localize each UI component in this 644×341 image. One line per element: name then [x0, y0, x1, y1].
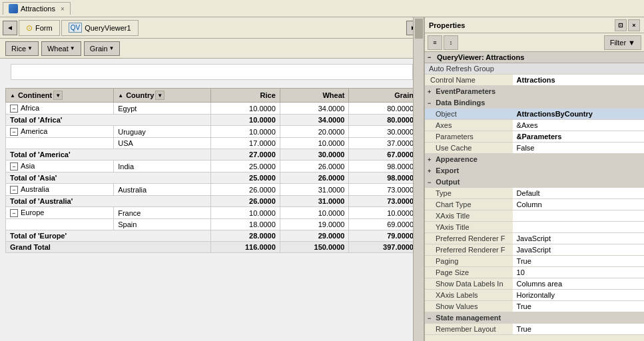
data-bindings-toggle[interactable]: − — [428, 100, 431, 107]
right-panel: Properties ⊡ × ≡ ↕ Filter ▼ − QueryViewe… — [425, 17, 644, 341]
rice-header[interactable]: Rice — [211, 89, 280, 103]
left-panel: ◄ ⊙ Form QV QueryViewer1 ► Rice ▼ Wheat … — [0, 17, 425, 341]
export-toggle[interactable]: + — [428, 168, 431, 174]
country-cell: France — [114, 207, 211, 219]
country-col-btn[interactable]: ▼ — [155, 91, 164, 100]
form-tab[interactable]: ⊙ Form — [19, 20, 60, 36]
object-value[interactable]: AttractionsByCountry — [513, 109, 644, 120]
app-title: Attractions — [21, 5, 55, 13]
page-size-value[interactable]: 10 — [513, 267, 644, 278]
state-mgmt-toggle[interactable]: − — [428, 315, 431, 322]
wheat-btn[interactable]: Wheat ▼ — [41, 41, 81, 56]
country-cell: India — [114, 161, 211, 172]
app-title-tab[interactable]: Attractions × — [3, 2, 71, 15]
state-management-row[interactable]: − State management — [425, 312, 644, 324]
data-bindings-row[interactable]: − Data Bindings — [425, 97, 644, 109]
grandtotal-label: Grand Total — [6, 242, 211, 253]
show-data-labels-value[interactable]: Columns area — [513, 278, 644, 290]
title-bar: Attractions × — [0, 0, 644, 17]
rice-dropdown-arrow: ▼ — [27, 45, 33, 51]
parameters-value[interactable]: &Parameters — [513, 131, 644, 143]
continent-col-btn[interactable]: ▼ — [53, 91, 63, 100]
show-values-value[interactable]: True — [513, 301, 644, 312]
yaxis-title-value[interactable] — [513, 222, 644, 233]
nav-back-btn[interactable]: ◄ — [3, 21, 17, 35]
table-grandtotal-row: Grand Total 116.0000 150.0000 397.0000 — [6, 242, 418, 253]
pref-renderer-2-label: Preferred Renderer F — [425, 244, 513, 256]
table-row: Spain 18.0000 19.0000 69.0000 — [6, 219, 418, 230]
pref-renderer-1-value[interactable]: JavaScript — [513, 233, 644, 244]
filter-btn[interactable]: Filter ▼ — [604, 35, 641, 50]
queryviewer-tab[interactable]: QV QueryViewer1 — [61, 20, 139, 36]
left-scroll[interactable] — [413, 17, 424, 341]
country-header-label: Country — [126, 91, 154, 99]
paging-value[interactable]: True — [513, 256, 644, 267]
grandtotal-grain: 397.0000 — [349, 242, 418, 253]
table-row: USA 17.0000 10.0000 37.0000 — [6, 138, 418, 149]
chart-type-label: Chart Type — [425, 199, 513, 210]
country-cell: Australia — [114, 184, 211, 196]
pin-icon[interactable]: ⊡ — [615, 19, 627, 31]
table-subtotal-row: Total of 'America' 27.0000 30.0000 67.00… — [6, 149, 418, 161]
control-name-label: Control Name — [425, 75, 513, 86]
continent-header[interactable]: ▲ Continent ▼ — [6, 89, 114, 103]
wheat-header[interactable]: Wheat — [280, 89, 349, 103]
grain-header[interactable]: Grain — [349, 89, 418, 103]
scroll-thumb[interactable] — [415, 19, 423, 39]
subtotal-label: Total of 'Australia' — [6, 196, 211, 207]
expand-icon[interactable]: − — [10, 186, 18, 194]
grain-cell: 80.0000 — [349, 103, 418, 115]
appearance-row[interactable]: + Appearence — [425, 154, 644, 165]
form-icon: ⊙ — [26, 23, 33, 33]
app-close-btn[interactable]: × — [61, 5, 65, 13]
rice-btn[interactable]: Rice ▼ — [5, 41, 39, 56]
continent-cell — [6, 219, 114, 230]
country-header[interactable]: ▲ Country ▼ — [114, 89, 211, 103]
app-icon — [9, 4, 18, 13]
xaxis-title-value[interactable] — [513, 210, 644, 222]
show-data-labels-label: Show Data Labels In — [425, 278, 513, 290]
xaxis-labels-label: XAxis Labels — [425, 290, 513, 301]
expand-icon[interactable]: − — [10, 105, 18, 113]
continent-cell: −Australia — [6, 184, 114, 196]
close-properties-btn[interactable]: × — [628, 19, 640, 31]
output-toggle[interactable]: − — [428, 179, 431, 186]
type-row: Type Default — [425, 188, 644, 199]
props-tool-btn-2[interactable]: ↕ — [444, 35, 458, 50]
chart-type-value[interactable]: Column — [513, 199, 644, 210]
wheat-cell: 34.0000 — [280, 103, 349, 115]
output-row[interactable]: − Output — [425, 176, 644, 188]
object-label: Object — [425, 109, 513, 120]
xaxis-labels-value[interactable]: Horizontally — [513, 290, 644, 301]
event-params-toggle[interactable]: + — [428, 89, 431, 95]
expand-icon[interactable]: − — [10, 128, 18, 136]
expand-icon[interactable]: − — [10, 209, 18, 217]
use-cache-value[interactable]: False — [513, 143, 644, 154]
pref-renderer-2-value[interactable]: JavaScript — [513, 244, 644, 256]
grain-btn[interactable]: Grain ▼ — [84, 41, 121, 56]
grain-dropdown-arrow: ▼ — [109, 45, 115, 51]
export-row[interactable]: + Export — [425, 165, 644, 176]
remember-layout-value[interactable]: True — [513, 324, 644, 335]
axes-row: Axes &Axes — [425, 120, 644, 131]
wheat-label: Wheat — [47, 45, 69, 53]
continent-cell: −Europe — [6, 207, 114, 219]
country-cell: USA — [114, 138, 211, 149]
event-parameters-row[interactable]: + EventParameters — [425, 86, 644, 97]
subtotal-wheat: 26.0000 — [280, 172, 349, 184]
expand-icon[interactable]: − — [10, 163, 18, 170]
remember-layout-label: Remember Layout — [425, 324, 513, 335]
control-name-value[interactable]: Attractions — [513, 75, 644, 86]
appearance-toggle[interactable]: + — [428, 157, 431, 163]
output-label: Output — [436, 178, 460, 186]
table-subtotal-row: Total of 'Europe' 28.0000 29.0000 79.000… — [6, 230, 418, 242]
subtotal-label: Total of 'Asia' — [6, 172, 211, 184]
object-row[interactable]: Object AttractionsByCountry — [425, 109, 644, 120]
grain-label: Grain — [90, 45, 108, 53]
props-tool-btn-1[interactable]: ≡ — [428, 35, 442, 50]
axes-value[interactable]: &Axes — [513, 120, 644, 131]
filter-input[interactable] — [11, 64, 413, 80]
type-value[interactable]: Default — [513, 188, 644, 199]
auto-refresh-row: Auto Refresh Group — [425, 63, 644, 75]
section-toggle[interactable]: − — [428, 54, 434, 61]
